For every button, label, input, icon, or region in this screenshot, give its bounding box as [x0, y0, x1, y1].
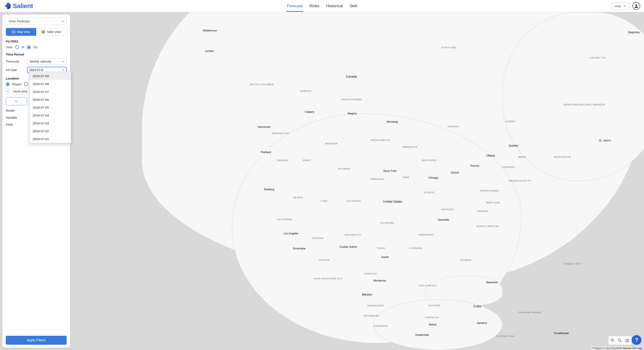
chevron-left-icon: [6, 90, 9, 93]
timescale-value: Weekly calendar: [30, 60, 51, 63]
map-controls: [608, 336, 632, 345]
map-label: Sargasso Sea: [564, 262, 581, 265]
units-option-us: US: [33, 45, 37, 49]
init-date-option[interactable]: 2024-07-03: [30, 119, 71, 127]
init-date-label: Init Date: [6, 68, 24, 72]
camera-icon: [625, 338, 630, 343]
top-bar: Salient Forecast Risks Historical Skill …: [0, 0, 644, 12]
main-area: CanadaUnited StatesMexicoCubaWhitehorseJ…: [0, 12, 644, 350]
tab-forecast[interactable]: Forecast: [286, 0, 303, 12]
location-mode-region: Region: [12, 82, 22, 86]
units-row: Units SI US: [6, 45, 67, 49]
svg-rect-10: [42, 31, 45, 33]
time-period-title: Time Period: [6, 52, 67, 56]
units-radio-si[interactable]: [15, 45, 19, 49]
location-radio-region[interactable]: [6, 82, 10, 86]
view-segment: Map View Table View: [6, 28, 67, 36]
attr-mapbox[interactable]: © Mapbox: [592, 347, 602, 349]
map-view-button[interactable]: Map View: [6, 28, 36, 36]
init-date-option[interactable]: 2024-07-05: [30, 104, 71, 111]
init-date-option[interactable]: 2024-07-02: [30, 127, 71, 135]
user-avatar[interactable]: [632, 2, 640, 10]
timescale-row: Timescale Weekly calendar: [6, 58, 67, 65]
filter-panel: View: Forecast Map View Table View FILTE…: [2, 14, 70, 348]
top-right: Help: [611, 2, 640, 10]
svg-line-2: [613, 341, 614, 342]
timescale-select[interactable]: Weekly calendar: [27, 58, 67, 65]
map-surface[interactable]: CanadaUnited StatesMexicoCubaWhitehorseJ…: [0, 12, 644, 350]
attr-improve[interactable]: Improve this map: [623, 347, 642, 349]
upload-button-partial[interactable]: U: [6, 97, 27, 105]
init-date-option[interactable]: 2024-07-09: [30, 72, 71, 80]
chevron-down-icon: [623, 5, 626, 7]
filters-title: FILTERS: [6, 40, 67, 43]
init-date-dropdown: 2024-07-092024-07-082024-07-072024-07-06…: [30, 72, 71, 143]
chevron-down-icon: [62, 60, 64, 63]
svg-point-9: [626, 340, 628, 341]
map-land: [374, 299, 502, 350]
chevron-down-icon: [61, 20, 64, 22]
view-select[interactable]: View: Forecast: [6, 17, 67, 25]
units-option-si: SI: [22, 45, 24, 49]
map-attribution: © Mapbox © OpenStreetMap Improve this ma…: [591, 347, 643, 350]
tab-risks[interactable]: Risks: [309, 0, 320, 12]
brand[interactable]: Salient: [4, 2, 33, 9]
init-date-option[interactable]: 2024-07-06: [30, 96, 71, 104]
map-icon: [12, 30, 15, 34]
table-view-label: Table View: [47, 30, 61, 34]
zoom-out-button[interactable]: [616, 337, 623, 344]
nav-tabs: Forecast Risks Historical Skill: [286, 0, 357, 12]
timescale-label: Timescale: [6, 60, 24, 63]
init-date-option[interactable]: 2024-07-01: [30, 135, 71, 143]
units-radio-us[interactable]: [27, 45, 31, 49]
init-date-input[interactable]: [30, 68, 62, 72]
table-view-button[interactable]: Table View: [36, 28, 66, 36]
svg-line-6: [620, 341, 622, 342]
tab-skill[interactable]: Skill: [349, 0, 358, 12]
location-back-button[interactable]: [6, 88, 10, 95]
help-fab[interactable]: ?: [632, 335, 642, 345]
user-icon: [634, 3, 639, 8]
location-radio-other[interactable]: [24, 82, 28, 86]
map-label: Guadeloupe: [554, 332, 569, 335]
view-value: Forecast: [17, 19, 30, 23]
brand-logo-icon: [4, 2, 11, 9]
chevron-up-icon: [62, 69, 64, 71]
view-label-prefix: View:: [8, 19, 16, 23]
init-date-option[interactable]: 2024-07-04: [30, 111, 71, 119]
tab-historical[interactable]: Historical: [326, 0, 343, 12]
map-label: Dominican Republic: [518, 311, 541, 314]
svg-rect-8: [626, 339, 629, 342]
svg-point-0: [636, 4, 637, 6]
screenshot-button[interactable]: [624, 337, 630, 344]
zoom-out-icon: [618, 338, 622, 343]
zoom-in-button[interactable]: [609, 337, 616, 344]
map-land: [502, 12, 644, 181]
table-icon: [42, 30, 45, 34]
help-button[interactable]: Help: [611, 2, 630, 9]
apply-filters-button[interactable]: Apply Filters: [6, 336, 67, 345]
init-date-option[interactable]: 2024-07-08: [30, 80, 71, 88]
units-label: Units: [6, 45, 12, 49]
help-label: Help: [614, 4, 621, 8]
attr-osm[interactable]: © OpenStreetMap: [603, 347, 622, 349]
map-view-label: Map View: [17, 30, 30, 34]
brand-text: Salient: [13, 2, 33, 9]
init-date-option[interactable]: 2024-07-07: [30, 88, 71, 96]
zoom-in-icon: [610, 338, 615, 343]
map-label: Caribbean Sea: [496, 335, 514, 338]
